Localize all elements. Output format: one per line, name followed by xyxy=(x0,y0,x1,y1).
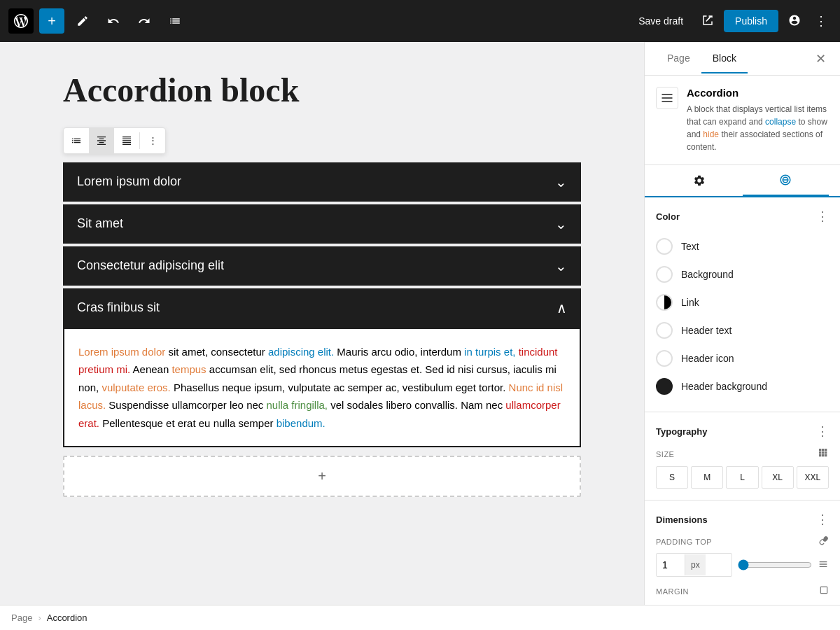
accordion-title-2: Sit amet xyxy=(77,216,123,231)
padding-slider-wrap xyxy=(738,559,813,570)
accordion-item-2: Sit amet ⌄ xyxy=(63,204,581,244)
padding-options-button[interactable] xyxy=(818,559,829,572)
padding-input-group: px xyxy=(656,553,732,577)
publish-button[interactable]: Publish xyxy=(724,10,778,32)
align-list-button[interactable] xyxy=(64,128,89,153)
page-title[interactable]: Accordion block xyxy=(63,70,581,111)
color-item-header-text[interactable]: Header text xyxy=(656,316,829,344)
content-text-plain-1: sit amet, consectetur xyxy=(168,346,268,358)
size-xxl-button[interactable]: XXL xyxy=(797,466,829,489)
chevron-up-icon-4: ∧ xyxy=(556,300,567,316)
save-draft-button[interactable]: Save draft xyxy=(630,11,692,31)
padding-top-label-row: PADDING TOP xyxy=(656,536,829,547)
breadcrumb-separator: › xyxy=(38,612,41,623)
list-view-icon xyxy=(169,15,181,27)
size-label: SIZE xyxy=(656,447,829,461)
align-center-icon xyxy=(96,135,107,146)
settings-icon xyxy=(788,14,801,27)
color-item-text[interactable]: Text xyxy=(656,232,829,260)
dimensions-section-more-button[interactable]: ⋮ xyxy=(816,512,829,527)
undo-icon xyxy=(107,15,120,27)
chevron-down-icon-1: ⌄ xyxy=(555,174,567,190)
styles-icon xyxy=(779,174,792,186)
align-justify-icon xyxy=(121,135,132,146)
settings-button[interactable] xyxy=(784,10,805,33)
size-s-button[interactable]: S xyxy=(656,466,688,489)
gear-icon xyxy=(693,174,706,187)
panel-tabs-left: Page Block xyxy=(656,44,748,73)
color-circle-header-background xyxy=(656,378,673,395)
color-section-more-button[interactable]: ⋮ xyxy=(816,209,829,224)
accordion-header-3[interactable]: Consectetur adipiscing elit ⌄ xyxy=(63,246,581,286)
panel-close-button[interactable]: ✕ xyxy=(813,48,829,69)
size-m-button[interactable]: M xyxy=(691,466,723,489)
color-item-header-icon[interactable]: Header icon xyxy=(656,344,829,372)
color-section-header: Color ⋮ xyxy=(656,209,829,224)
tab-page[interactable]: Page xyxy=(656,44,701,74)
accordion-header-1[interactable]: Lorem ipsum dolor ⌄ xyxy=(63,162,581,202)
toolbar-left: + xyxy=(8,8,188,34)
accordion-header-2[interactable]: Sit amet ⌄ xyxy=(63,204,581,244)
content-text-orange-1: Lorem ipsum dolor xyxy=(78,346,165,358)
block-formatting-toolbar: ⋮ xyxy=(63,127,166,154)
panel-icon-row xyxy=(645,165,840,197)
content-text-plain-6: Suspendisse ullamcorper leo nec xyxy=(108,399,266,411)
color-item-background[interactable]: Background xyxy=(656,260,829,288)
pencil-icon xyxy=(76,15,89,27)
accordion-header-4[interactable]: Cras finibus sit ∧ xyxy=(63,288,581,328)
accordion-block-icon xyxy=(656,87,678,109)
padding-top-slider[interactable] xyxy=(738,559,813,570)
typography-section-header: Typography ⋮ xyxy=(656,424,829,439)
edit-mode-button[interactable] xyxy=(70,8,95,34)
add-block-button[interactable]: + xyxy=(39,8,64,34)
font-size-selector: S M L XL XXL xyxy=(656,466,829,489)
margin-label: MARGIN xyxy=(656,587,689,596)
settings-tab-button[interactable] xyxy=(656,165,743,196)
content-text-green-1: nulla fringilla, xyxy=(266,399,328,411)
color-circle-link xyxy=(656,294,673,311)
block-details: Accordion A block that displays vertical… xyxy=(687,87,829,153)
typography-section-more-button[interactable]: ⋮ xyxy=(816,424,829,439)
wordpress-logo[interactable] xyxy=(8,8,34,34)
typography-section: Typography ⋮ SIZE S M L XL XXL xyxy=(645,412,840,500)
block-more-button[interactable]: ⋮ xyxy=(140,128,165,153)
margin-label-row: MARGIN xyxy=(656,585,829,597)
content-text-plain-7: vel sodales libero convallis. Nam nec xyxy=(330,399,505,411)
list-view-button[interactable] xyxy=(162,8,188,34)
redo-button[interactable] xyxy=(132,8,157,34)
padding-unit-label: px xyxy=(685,554,706,575)
breadcrumb-page[interactable]: Page xyxy=(11,612,32,623)
size-options-button[interactable] xyxy=(818,447,829,461)
undo-button[interactable] xyxy=(101,8,126,34)
color-label-header-text: Header text xyxy=(681,325,732,336)
padding-top-input[interactable] xyxy=(657,554,685,576)
align-justify-button[interactable] xyxy=(114,128,139,153)
content-text-orange-2: tempus xyxy=(172,363,206,375)
chevron-down-icon-2: ⌄ xyxy=(555,216,567,232)
content-text-plain-3: Aenean xyxy=(133,363,172,375)
color-label-background: Background xyxy=(681,269,734,280)
more-options-button[interactable]: ⋮ xyxy=(811,9,832,33)
size-controls-icon xyxy=(818,447,829,458)
color-item-header-background[interactable]: Header background xyxy=(656,372,829,400)
toolbar-right: Save draft Publish ⋮ xyxy=(630,9,832,33)
add-accordion-item-button[interactable]: + xyxy=(63,456,581,497)
padding-link-button[interactable] xyxy=(819,536,829,547)
color-circle-text xyxy=(656,238,673,255)
size-label-text: SIZE xyxy=(656,450,674,458)
size-l-button[interactable]: L xyxy=(726,466,758,489)
editor-area: Accordion block ⋮ Lorem ips xyxy=(0,42,644,605)
styles-tab-button[interactable] xyxy=(743,165,830,196)
block-info: Accordion A block that displays vertical… xyxy=(645,76,840,165)
margin-toggle-button[interactable] xyxy=(819,585,829,597)
align-center-button[interactable] xyxy=(89,128,114,153)
size-xl-button[interactable]: XL xyxy=(762,466,794,489)
view-button[interactable] xyxy=(697,10,718,33)
view-icon xyxy=(701,14,714,27)
padding-options-icon xyxy=(818,559,829,570)
content-text-plain-8: Pellentesque et erat eu nulla semper xyxy=(102,417,276,429)
color-item-link[interactable]: Link xyxy=(656,288,829,316)
tab-block[interactable]: Block xyxy=(701,44,748,74)
typography-section-title: Typography xyxy=(656,426,707,437)
right-panel: Page Block ✕ Accordion A block that disp… xyxy=(644,42,840,605)
